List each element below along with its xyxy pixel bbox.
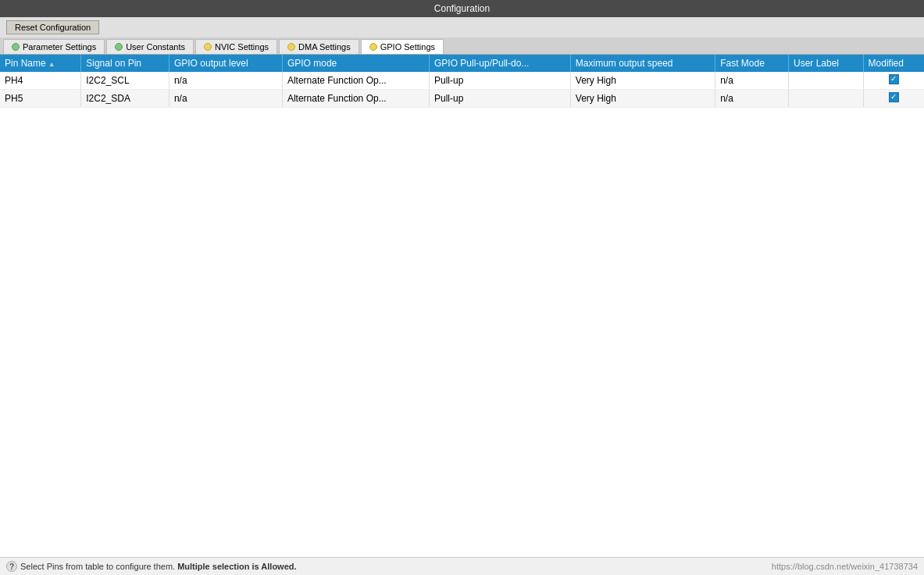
tabs-bar: Parameter SettingsUser ConstantsNVIC Set… — [0, 38, 924, 55]
column-header-signal-on-pin: Signal on Pin — [81, 55, 169, 72]
tab-dma-settings[interactable]: DMA Settings — [279, 39, 359, 54]
cell-gpio-pullup: Pull-up — [429, 90, 570, 108]
cell-pin-name: PH4 — [0, 72, 81, 90]
reset-configuration-button[interactable]: Reset Configuration — [6, 20, 99, 34]
cell-signal-on-pin: I2C2_SDA — [81, 90, 169, 108]
modified-checkbox[interactable] — [889, 74, 899, 84]
tab-nvic-settings[interactable]: NVIC Settings — [195, 39, 277, 54]
gpio-table-container: Pin Name▲Signal on PinGPIO output levelG… — [0, 55, 924, 108]
cell-user-label — [788, 90, 863, 108]
table-row[interactable]: PH4I2C2_SCLn/aAlternate Function Op...Pu… — [0, 72, 924, 90]
cell-fast-mode: n/a — [715, 90, 789, 108]
tab-user-constants[interactable]: User Constants — [106, 39, 194, 54]
sort-arrow-pin-name: ▲ — [48, 60, 55, 68]
cell-gpio-mode: Alternate Function Op... — [282, 90, 429, 108]
user-constants-dot — [115, 43, 123, 51]
cell-modified — [863, 72, 924, 90]
tab-parameter-settings[interactable]: Parameter Settings — [3, 39, 105, 54]
cell-gpio-output-level: n/a — [169, 90, 282, 108]
nvic-settings-dot — [204, 43, 212, 51]
parameter-settings-label: Parameter Settings — [23, 42, 96, 52]
gpio-settings-label: GPIO Settings — [380, 42, 435, 52]
user-constants-label: User Constants — [126, 42, 185, 52]
table-row[interactable]: PH5I2C2_SDAn/aAlternate Function Op...Pu… — [0, 90, 924, 108]
parameter-settings-dot — [12, 43, 20, 51]
column-header-modified: Modified — [863, 55, 924, 72]
column-header-gpio-pullup-pulldown: GPIO Pull-up/Pull-do... — [429, 55, 570, 72]
dma-settings-dot — [287, 43, 295, 51]
cell-max-speed: Very High — [570, 72, 715, 90]
cell-modified — [863, 90, 924, 108]
cell-gpio-pullup: Pull-up — [429, 72, 570, 90]
top-bar-title: Configuration — [434, 3, 490, 14]
toolbar: Reset Configuration — [0, 17, 924, 38]
column-header-gpio-mode: GPIO mode — [282, 55, 429, 72]
gpio-table: Pin Name▲Signal on PinGPIO output levelG… — [0, 55, 924, 108]
modified-checkbox[interactable] — [889, 92, 899, 102]
column-header-fast-mode: Fast Mode — [715, 55, 789, 72]
cell-pin-name: PH5 — [0, 90, 81, 108]
cell-user-label — [788, 72, 863, 90]
tab-gpio-settings[interactable]: GPIO Settings — [361, 39, 444, 54]
column-header-max-output-speed: Maximum output speed — [570, 55, 715, 72]
cell-gpio-output-level: n/a — [169, 72, 282, 90]
column-header-user-label: User Label — [788, 55, 863, 72]
dma-settings-label: DMA Settings — [298, 42, 351, 52]
nvic-settings-label: NVIC Settings — [215, 42, 269, 52]
cell-max-speed: Very High — [570, 90, 715, 108]
gpio-settings-dot — [369, 43, 377, 51]
column-header-gpio-output-level: GPIO output level — [169, 55, 282, 72]
cell-signal-on-pin: I2C2_SCL — [81, 72, 169, 90]
cell-gpio-mode: Alternate Function Op... — [282, 72, 429, 90]
cell-fast-mode: n/a — [715, 72, 789, 90]
top-bar: Configuration — [0, 0, 924, 17]
column-header-pin-name[interactable]: Pin Name▲ — [0, 55, 81, 72]
